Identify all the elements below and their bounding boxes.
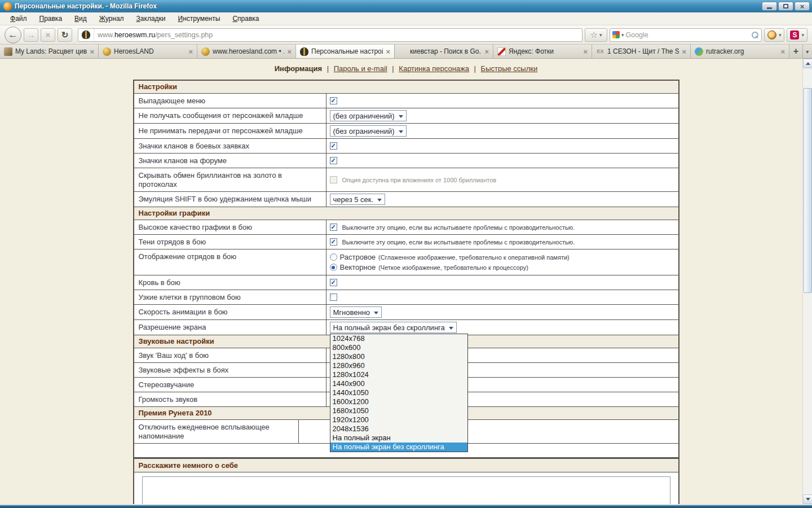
resolution-option[interactable]: 1280x800 [330, 352, 467, 361]
tab-close-icon[interactable]: × [682, 47, 686, 56]
tab-2[interactable]: HeroesLAND× [99, 45, 197, 58]
setting-value-cell: Мгновенно [326, 305, 678, 319]
google-favicon-icon [399, 47, 407, 56]
tab-close-icon[interactable]: × [780, 47, 785, 56]
resolution-option[interactable]: 1680x1050 [330, 406, 467, 415]
resolution-option[interactable]: 1440x1050 [330, 388, 467, 397]
checkbox[interactable]: ✓ [330, 238, 337, 246]
setting-note: Выключите эту опцию, если вы испытываете… [342, 239, 575, 246]
resolution-option[interactable]: 1280x960 [330, 361, 467, 370]
resolution-option[interactable]: На полный экран [330, 433, 467, 443]
scrollbar-thumb[interactable] [804, 88, 812, 293]
vertical-scrollbar[interactable] [802, 59, 812, 504]
tab-close-icon[interactable]: × [188, 47, 193, 56]
tab-close-icon[interactable]: × [287, 47, 292, 56]
tab-7[interactable]: EX1 СЕЗОН - Щит / The Sh...× [592, 45, 691, 58]
checkbox[interactable] [330, 176, 337, 183]
radio-description: (Сглаженное изображение, требовательно к… [378, 254, 570, 261]
select-dropdown[interactable]: На полный экран без скроллинга1024x76880… [330, 322, 457, 333]
yandex-favicon-icon [497, 47, 506, 56]
tab-8[interactable]: rutracker.org× [691, 45, 789, 58]
scroll-up-button[interactable] [803, 59, 812, 68]
forward-button[interactable]: → [24, 28, 38, 42]
resolution-option[interactable]: 812x508 [330, 379, 467, 388]
menubar-item-журнал[interactable]: Журнал [94, 13, 130, 24]
menubar-item-файл[interactable]: Файл [5, 13, 33, 24]
resolution-option[interactable]: 1280x1024 [330, 370, 467, 379]
back-button[interactable]: ← [5, 27, 21, 43]
checkbox[interactable]: ✓ [330, 142, 337, 150]
setting-value-cell: На полный экран без скроллинга1024x76880… [326, 320, 678, 335]
tab-1[interactable]: My Lands: Расцвет цив...× [0, 45, 99, 58]
setting-value-cell: ✓Выключите эту опцию, если вы испытывает… [326, 235, 678, 249]
restore-button[interactable] [778, 2, 793, 11]
tab-close-icon[interactable]: × [386, 47, 390, 56]
settings-nav-4[interactable]: Быстрые ссылки [481, 64, 538, 73]
checkbox[interactable] [330, 294, 337, 301]
url-text[interactable]: www.heroeswm.ru/pers_settings.php [94, 31, 213, 39]
scroll-down-button[interactable] [803, 494, 812, 504]
setting-label: Звук 'Ваш ход' в бою [134, 348, 326, 362]
site-identity-chip[interactable] [78, 29, 94, 41]
tab-label: Яндекс: Фотки [509, 47, 580, 55]
resolution-option[interactable]: 1600x1200 [330, 397, 467, 406]
url-prefix: www. [98, 31, 114, 39]
settings-nav-2[interactable]: Пароль и e-mail [334, 64, 387, 73]
select-dropdown[interactable]: через 5 сек. [330, 194, 386, 205]
tab-close-icon[interactable]: × [484, 47, 489, 56]
s-addon-button[interactable]: S ▾ [787, 28, 807, 42]
tab-4[interactable]: Персональные настрой...× [296, 45, 395, 58]
radio-button[interactable] [330, 264, 337, 271]
setting-value-cell: ✓Выключите эту опцию, если вы испытывает… [326, 220, 678, 234]
menubar-item-правка[interactable]: Правка [34, 13, 68, 24]
page-content: Информация | Пароль и e-mail | Картинка … [0, 59, 812, 504]
url-bar[interactable]: www.heroeswm.ru/pers_settings.php [78, 28, 582, 42]
setting-value-cell: через 5 сек. [326, 192, 678, 207]
minimize-button[interactable] [762, 2, 777, 11]
resolution-option[interactable]: 1024x768 [330, 334, 467, 343]
settings-row: Разрешение экранаНа полный экран без скр… [134, 320, 678, 335]
checkbox[interactable]: ✓ [330, 279, 337, 286]
new-tab-button[interactable]: + [789, 45, 803, 58]
scroll-up-icon [806, 62, 810, 65]
checkbox[interactable]: ✓ [330, 97, 337, 104]
resolution-option[interactable]: На полный экран без скроллинга [330, 443, 467, 452]
monkey-addon-button[interactable]: ▾ [764, 28, 785, 42]
setting-label: Не получать сообщения от персонажей млад… [134, 108, 326, 123]
checkbox[interactable]: ✓ [330, 157, 337, 164]
tab-label: www.heroesland.com • ... [213, 47, 284, 55]
stop-icon: × [46, 30, 51, 40]
resolution-option[interactable]: 800x600 [330, 343, 467, 352]
menubar-item-вид[interactable]: Вид [69, 13, 92, 24]
settings-row: Скорость анимации в боюМгновенно [134, 305, 678, 320]
menubar-item-инструменты[interactable]: Инструменты [173, 13, 226, 24]
check-icon: ✓ [330, 239, 336, 245]
settings-nav-3[interactable]: Картинка персонажа [399, 64, 469, 73]
settings-row: Не получать сообщения от персонажей млад… [134, 108, 678, 124]
settings-row: Значки кланов на форуме✓ [134, 154, 678, 168]
checkbox[interactable]: ✓ [330, 224, 337, 231]
radio-button[interactable] [330, 253, 337, 261]
search-box[interactable]: ▾ [610, 28, 762, 42]
stop-button[interactable]: × [41, 28, 55, 42]
tab-3[interactable]: www.heroesland.com • ...× [197, 45, 296, 58]
section-header: Настройки графики [134, 207, 678, 220]
select-dropdown[interactable]: (без ограничений) [330, 125, 407, 137]
reload-button[interactable]: ↻ [58, 28, 72, 42]
resolution-option[interactable]: 1920x1200 [330, 415, 467, 424]
search-input[interactable] [625, 31, 749, 39]
select-dropdown[interactable]: Мгновенно [330, 306, 382, 318]
select-dropdown[interactable]: (без ограничений) [330, 110, 407, 121]
all-tabs-dropdown-icon[interactable]: ▾ [803, 45, 812, 58]
resolution-option[interactable]: 2048x1536 [330, 424, 467, 433]
about-textarea[interactable] [142, 476, 670, 504]
tab-close-icon[interactable]: × [583, 47, 588, 56]
close-button[interactable]: × [795, 2, 810, 11]
bookmark-star-button[interactable]: ☆ ▾ [585, 28, 607, 42]
tab-5[interactable]: киевстар - Поиск в Go...× [395, 45, 493, 58]
menubar-item-справка[interactable]: Справка [227, 13, 264, 24]
tab-close-icon[interactable]: × [90, 47, 94, 56]
search-magnifier-icon[interactable] [752, 32, 758, 38]
menubar-item-закладки[interactable]: Закладки [131, 13, 171, 24]
tab-6[interactable]: Яндекс: Фотки× [493, 45, 592, 58]
